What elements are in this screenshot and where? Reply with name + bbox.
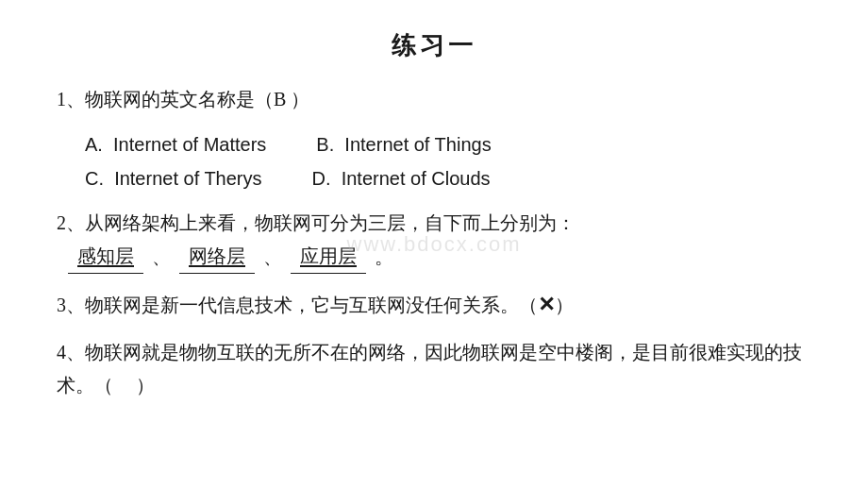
q1-text: 物联网的英文名称是（ bbox=[85, 89, 274, 110]
q4-text: 物联网就是物物互联的无所不在的网络，因此物联网是空中楼阁，是目前很难实现的技术。… bbox=[57, 342, 802, 396]
q2-sep2: 、 bbox=[263, 246, 282, 267]
q3-answer: ✕ bbox=[538, 293, 555, 316]
q2-number: 2、 bbox=[57, 212, 85, 233]
q1-text-after: ） bbox=[286, 89, 309, 110]
q1-option-c-letter: C. bbox=[85, 168, 104, 189]
q1-options-row1: A. Internet of Matters B. Internet of Th… bbox=[85, 129, 811, 160]
q2-blank-wrapper: 感知层 、 网络层 、 应用层 。 bbox=[64, 246, 393, 267]
q2-blank3: 应用层 bbox=[291, 240, 366, 274]
q2-text: 从网络架构上来看，物联网可分为三层，自下而上分别为： bbox=[85, 212, 576, 233]
q1-number: 1、 bbox=[57, 89, 85, 110]
q1-option-b-text: Internet of Things bbox=[344, 134, 491, 155]
page-content: 练习一 1、物联网的英文名称是（B ） A. Internet of Matte… bbox=[0, 0, 868, 430]
question-1: 1、物联网的英文名称是（B ） bbox=[57, 83, 811, 116]
q1-option-b-letter: B. bbox=[316, 134, 334, 155]
q4-number: 4、 bbox=[57, 342, 85, 363]
question-3: 3、物联网是新一代信息技术，它与互联网没任何关系。（✕） bbox=[57, 287, 811, 324]
q1-option-b: B. Internet of Things bbox=[316, 129, 491, 160]
q3-number: 3、 bbox=[57, 295, 85, 315]
question-2: 2、从网络架构上来看，物联网可分为三层，自下而上分别为： 感知层 、 网络层 、… bbox=[57, 207, 811, 274]
q1-option-a-text: Internet of Matters bbox=[113, 134, 266, 155]
q1-option-d-text: Internet of Clouds bbox=[342, 168, 491, 189]
q1-option-c-text: Internet of Therys bbox=[114, 168, 261, 189]
q2-blank2: 网络层 bbox=[179, 240, 255, 274]
q1-answer: B bbox=[274, 89, 286, 110]
q3-text: 物联网是新一代信息技术，它与互联网没任何关系。（ bbox=[85, 295, 538, 315]
question-4: 4、物联网就是物物互联的无所不在的网络，因此物联网是空中楼阁，是目前很难实现的技… bbox=[57, 336, 811, 402]
q1-options-row2: C. Internet of Therys D. Internet of Clo… bbox=[85, 163, 811, 194]
q2-blank1: 感知层 bbox=[68, 240, 143, 274]
q2-sep1: 、 bbox=[152, 246, 171, 267]
q1-option-d-letter: D. bbox=[312, 168, 331, 189]
q3-text-after: ） bbox=[555, 295, 574, 315]
q4-text-after: ） bbox=[136, 375, 155, 396]
q1-option-d: D. Internet of Clouds bbox=[312, 163, 491, 194]
q1-option-c: C. Internet of Therys bbox=[85, 163, 262, 194]
q1-option-a-letter: A. bbox=[85, 134, 103, 155]
q1-option-a: A. Internet of Matters bbox=[85, 129, 266, 160]
q4-answer bbox=[113, 369, 136, 402]
q2-sep3: 。 bbox=[375, 246, 393, 267]
page-title: 练习一 bbox=[57, 26, 811, 66]
